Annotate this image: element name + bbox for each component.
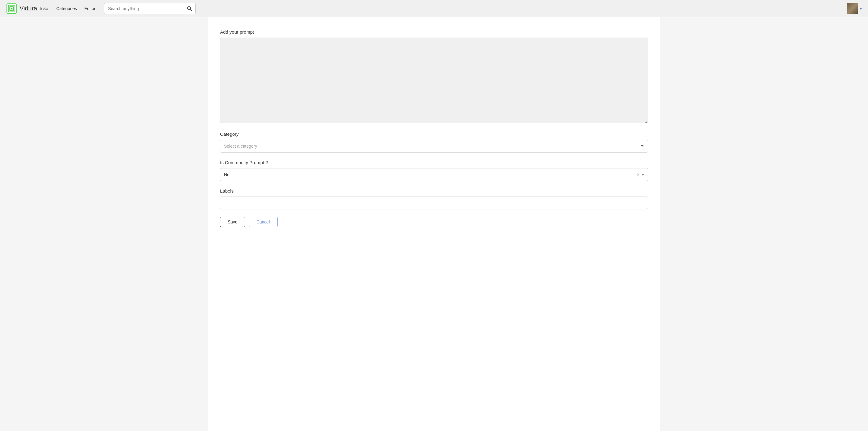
labels-section: Labels	[220, 188, 648, 209]
user-area[interactable]: ▾	[847, 3, 862, 14]
prompt-label: Add your prompt	[220, 29, 648, 35]
category-select[interactable]: Select a category	[220, 140, 648, 153]
category-label: Category	[220, 131, 648, 136]
search-input[interactable]	[104, 3, 183, 14]
svg-line-6	[190, 9, 191, 10]
category-section: Category Select a category	[220, 131, 648, 153]
chevron-down-icon: ▾	[642, 172, 644, 177]
form-actions: Save Cancel	[220, 217, 648, 227]
chevron-down-icon: ▾	[860, 6, 862, 11]
main-content: Add your prompt Category Select a catego…	[208, 17, 660, 431]
brand-name: Vidura	[20, 5, 37, 12]
brand: Vidura Beta	[6, 3, 48, 14]
cancel-button[interactable]: Cancel	[249, 217, 278, 227]
nav-categories[interactable]: Categories	[56, 6, 77, 11]
save-button[interactable]: Save	[220, 217, 245, 227]
logo-icon	[6, 3, 17, 14]
community-prompt-select[interactable]: No ✕ ▾	[220, 168, 648, 181]
labels-input[interactable]	[220, 196, 648, 209]
brand-beta-label: Beta	[40, 6, 48, 11]
community-prompt-icons: ✕ ▾	[636, 172, 644, 177]
nav-editor[interactable]: Editor	[84, 6, 96, 11]
prompt-section: Add your prompt	[220, 29, 648, 124]
avatar	[847, 3, 858, 14]
svg-rect-4	[11, 8, 12, 9]
labels-label: Labels	[220, 188, 648, 193]
search-container	[104, 3, 196, 14]
community-prompt-value: No	[224, 172, 229, 177]
avatar-image	[847, 3, 858, 14]
search-icon	[187, 6, 192, 11]
search-button[interactable]	[183, 3, 196, 14]
nav-links: Categories Editor	[56, 6, 95, 11]
navbar: Vidura Beta Categories Editor ▾	[0, 0, 868, 17]
prompt-textarea[interactable]	[220, 38, 648, 123]
community-prompt-section: Is Community Prompt ? No ✕ ▾	[220, 160, 648, 181]
community-prompt-label: Is Community Prompt ?	[220, 160, 648, 165]
clear-icon[interactable]: ✕	[636, 172, 640, 177]
